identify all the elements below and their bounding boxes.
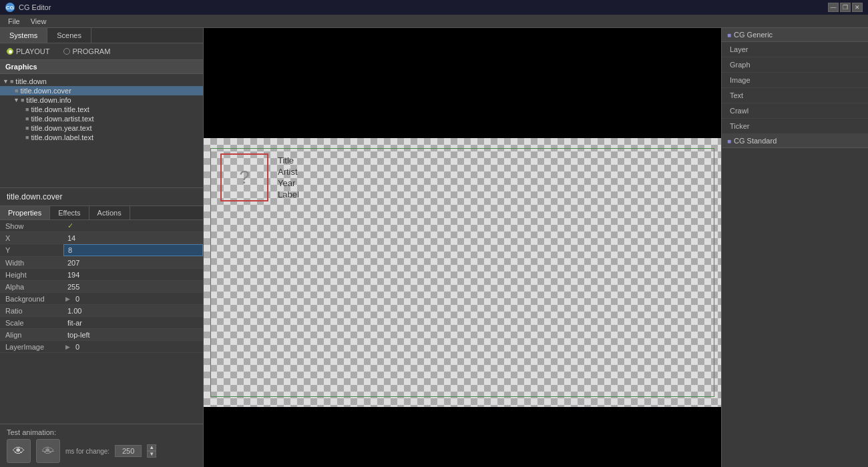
- canvas-text-line-3: Label: [278, 189, 299, 199]
- tree-item-title_down[interactable]: ▼ ■ title.down: [0, 77, 203, 86]
- ms-spin-up[interactable]: ▲: [147, 444, 156, 451]
- tab-properties[interactable]: Properties: [0, 206, 50, 219]
- image-placeholder: ?: [220, 153, 268, 201]
- canvas-text-line-2: Year: [278, 178, 299, 188]
- prop-key-width: Width: [0, 258, 63, 268]
- prop-val-width: 207: [63, 258, 203, 268]
- tab-systems[interactable]: Systems: [0, 28, 47, 43]
- prop-key-show: Show: [0, 221, 63, 231]
- right-item-layer[interactable]: Layer: [722, 42, 868, 57]
- main-layout: Systems Scenes PLAYOUT PROGRAM Graphics …: [0, 28, 868, 467]
- section-marker: ■: [727, 31, 731, 39]
- prop-key-background: Background: [0, 294, 63, 304]
- prop-val-y[interactable]: 8: [63, 244, 203, 256]
- section-title: CG Generic: [734, 31, 773, 39]
- app-title: CG Editor: [19, 3, 824, 11]
- close-button[interactable]: ✕: [852, 3, 863, 12]
- right-section-header-0: ■CG Generic: [722, 28, 868, 42]
- tree-node-label: title.down.info: [26, 96, 71, 104]
- prop-row-ratio: Ratio 1.00: [0, 305, 203, 317]
- tree-node-icon: ■: [25, 134, 29, 141]
- playout-radio-circle: [7, 48, 13, 55]
- prop-row-x: X 14: [0, 232, 203, 244]
- tree-node-icon: ■: [25, 115, 29, 122]
- canvas-green-border: ? TitleArtistYearLabel: [210, 148, 714, 397]
- restore-button[interactable]: ❐: [840, 3, 851, 12]
- playout-program-row: PLAYOUT PROGRAM: [0, 43, 203, 60]
- play-animation-button[interactable]: 👁: [7, 439, 31, 463]
- prop-key-y: Y: [0, 245, 63, 256]
- right-section-header-1: ■CG Standard: [722, 134, 868, 148]
- program-radio-circle: [63, 48, 70, 55]
- prop-val-layerimage: 0: [71, 342, 203, 352]
- right-item-ticker[interactable]: Ticker: [722, 119, 868, 134]
- test-animation-area: Test animation: 👁 👁 ms for change: ▲ ▼: [0, 424, 203, 467]
- prop-val-show: ✓: [63, 220, 203, 231]
- prop-row-height: Height 194: [0, 269, 203, 281]
- prop-row-alpha: Alpha 255: [0, 281, 203, 293]
- prop-expand-layerimage[interactable]: ▶: [63, 344, 71, 350]
- program-radio[interactable]: PROGRAM: [63, 47, 111, 55]
- program-label: PROGRAM: [73, 47, 111, 55]
- tree-node-icon: ■: [25, 106, 29, 113]
- tab-scenes[interactable]: Scenes: [47, 28, 91, 43]
- menu-view[interactable]: View: [25, 16, 52, 27]
- property-tabs: Properties Effects Actions: [0, 206, 203, 220]
- playout-label: PLAYOUT: [16, 47, 50, 55]
- prop-val-align: top-left: [63, 330, 203, 340]
- menubar: File View: [0, 15, 868, 28]
- tree-area: ▼ ■ title.down ■ title.down.cover ▼ ■ ti…: [0, 74, 203, 187]
- tab-actions[interactable]: Actions: [89, 206, 130, 219]
- graphics-header: Graphics: [0, 60, 203, 74]
- prop-key-ratio: Ratio: [0, 306, 63, 316]
- tree-item-title_down_title_text[interactable]: ■ title.down.title.text </span>: [0, 105, 203, 114]
- window-controls: — ❐ ✕: [828, 3, 863, 12]
- prop-val-height: 194: [63, 270, 203, 280]
- prop-row-scale: Scale fit-ar: [0, 317, 203, 329]
- stop-animation-button[interactable]: 👁: [36, 439, 60, 463]
- prop-key-scale: Scale: [0, 318, 63, 328]
- tree-node-label: title.down.cover: [20, 87, 71, 95]
- tree-toggle: ▼: [3, 78, 9, 85]
- tree-item-title_down_year_text[interactable]: ■ title.down.year.text: [0, 123, 203, 133]
- ms-spin-down[interactable]: ▼: [147, 451, 156, 458]
- properties-area: Show ✓ X 14 Y 8 Width 207 Height 194 Alp…: [0, 220, 203, 424]
- eye-off-icon: 👁: [42, 444, 54, 458]
- prop-key-x: X: [0, 233, 63, 244]
- text-block: TitleArtistYearLabel: [278, 155, 299, 199]
- prop-row-layerimage: LayerImage ▶ 0: [0, 341, 203, 353]
- tree-item-title_down_label_text[interactable]: ■ title.down.label.text: [0, 133, 203, 142]
- ms-label: ms for change:: [65, 448, 110, 455]
- section-title: CG Standard: [734, 137, 777, 145]
- left-panel: Systems Scenes PLAYOUT PROGRAM Graphics …: [0, 28, 204, 467]
- app-icon: CG: [5, 3, 15, 12]
- tree-node-icon: ■: [10, 78, 13, 85]
- right-item-image[interactable]: Image: [722, 73, 868, 88]
- tree-node-label: title.down.artist.text: [31, 115, 93, 123]
- prop-row-align: Align top-left: [0, 329, 203, 341]
- prop-val-background: 0: [71, 294, 203, 304]
- tree-item-title_down_cover[interactable]: ■ title.down.cover: [0, 86, 203, 95]
- tree-node-label: title.down.label.text: [31, 133, 93, 141]
- playout-radio[interactable]: PLAYOUT: [7, 47, 50, 55]
- right-item-text[interactable]: Text: [722, 88, 868, 103]
- tree-node-icon: ■: [21, 97, 24, 103]
- canvas-area: ? TitleArtistYearLabel: [204, 28, 721, 467]
- minimize-button[interactable]: —: [828, 3, 839, 12]
- eye-icon: 👁: [13, 444, 25, 458]
- test-animation-controls: 👁 👁 ms for change: ▲ ▼: [7, 439, 196, 463]
- prop-val-ratio: 1.00: [63, 306, 203, 316]
- prop-row-background: Background ▶ 0: [0, 293, 203, 305]
- tab-effects[interactable]: Effects: [50, 206, 89, 219]
- prop-expand-background[interactable]: ▶: [63, 296, 71, 302]
- prop-val-scale: fit-ar: [63, 318, 203, 328]
- prop-row-width: Width 207: [0, 257, 203, 269]
- right-item-graph[interactable]: Graph: [722, 57, 868, 73]
- menu-file[interactable]: File: [3, 16, 25, 27]
- prop-key-align: Align: [0, 330, 63, 340]
- main-tabs: Systems Scenes: [0, 28, 203, 43]
- tree-item-title_down_artist_text[interactable]: ■ title.down.artist.text: [0, 114, 203, 123]
- ms-input[interactable]: [115, 445, 142, 457]
- right-item-crawl[interactable]: Crawl: [722, 103, 868, 119]
- tree-item-title_down_info[interactable]: ▼ ■ title.down.info: [0, 95, 203, 105]
